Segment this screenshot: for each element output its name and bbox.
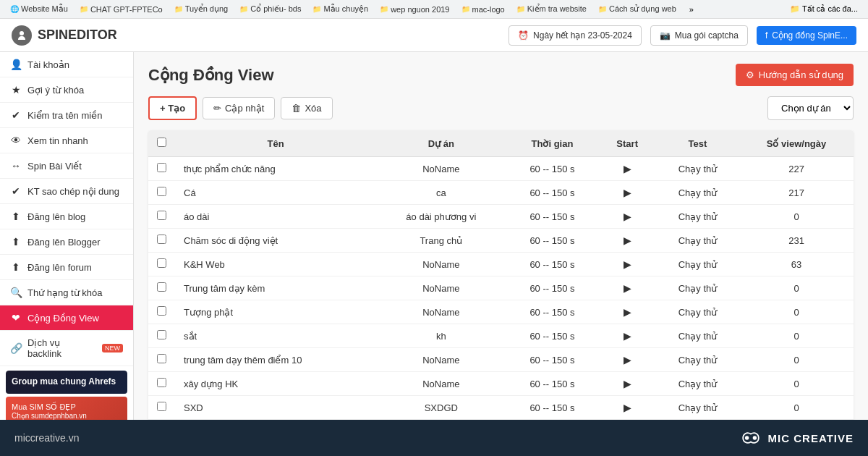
- row-views: 0: [739, 324, 854, 348]
- row-views: 0: [739, 276, 854, 300]
- sidebar-item-dang-len-blog[interactable]: ⬆ Đăng lên blog: [0, 204, 133, 229]
- update-button[interactable]: ✏ Cập nhật: [203, 97, 275, 119]
- bookmark-website-mau[interactable]: 🌐 Website Mẫu: [6, 3, 72, 15]
- create-button[interactable]: + Tạo: [148, 96, 197, 120]
- row-start[interactable]: ▶: [598, 348, 656, 372]
- row-project: NoName: [376, 276, 506, 300]
- row-test[interactable]: Chạy thử: [656, 348, 739, 372]
- facebook-community-button[interactable]: f Cộng đồng SpinE...: [757, 26, 856, 45]
- row-name: áo dài: [175, 205, 376, 229]
- sidebar-item-tai-khoan[interactable]: 👤 Tài khoản: [0, 52, 133, 77]
- sidebar-item-thu-hang-tu-khoa[interactable]: 🔍 Thứ hạng từ khóa: [0, 280, 133, 305]
- row-start[interactable]: ▶: [598, 300, 656, 324]
- row-checkbox-cell[interactable]: [148, 181, 175, 205]
- row-test[interactable]: Chạy thử: [656, 372, 739, 396]
- new-badge: NEW: [102, 344, 123, 352]
- bookmark-kiem-tra-website[interactable]: 📁 Kiểm tra website: [512, 3, 591, 15]
- row-checkbox[interactable]: [157, 235, 166, 244]
- row-checkbox[interactable]: [157, 402, 166, 411]
- bookmarks-other[interactable]: 📁 Tất cả các đa...: [786, 3, 862, 15]
- bookmark-mau-chuyen[interactable]: 📁 Mẫu chuyện: [308, 3, 373, 15]
- sidebar-item-dich-vu-backlink[interactable]: 🔗 Dịch vụ backlink NEW: [0, 331, 133, 366]
- bookmarks-more[interactable]: »: [685, 4, 698, 15]
- row-checkbox-cell[interactable]: [148, 396, 175, 420]
- row-checkbox[interactable]: [157, 282, 166, 292]
- bookmark-mac-logo[interactable]: 📁 mac-logo: [457, 4, 509, 15]
- sidebar-item-dang-len-forum[interactable]: ⬆ Đăng lên forum: [0, 255, 133, 280]
- sidebar-item-cong-dong-view[interactable]: ❤ Cộng Đồng View: [0, 305, 133, 331]
- guide-button[interactable]: ⚙ Hướng dẫn sử dụng: [736, 64, 854, 86]
- sidebar-item-kt-sao-chep[interactable]: ✔ KT sao chép nội dung: [0, 179, 133, 204]
- row-start[interactable]: ▶: [598, 396, 656, 420]
- sidebar-item-dang-len-blogger[interactable]: ⬆ Đăng lên Blogger: [0, 229, 133, 255]
- row-test[interactable]: Chạy thử: [656, 324, 739, 348]
- row-test[interactable]: Chạy thử: [656, 205, 739, 229]
- row-checkbox-cell[interactable]: [148, 253, 175, 276]
- bookmark-co-phieu[interactable]: 📁 Cổ phiếu- bds: [235, 3, 305, 15]
- row-test[interactable]: Chạy thử: [656, 181, 739, 205]
- row-test[interactable]: Chạy thử: [656, 396, 739, 420]
- date-expiry-button[interactable]: ⏰ Ngày hết hạn 23-05-2024: [509, 25, 642, 46]
- row-checkbox[interactable]: [157, 187, 166, 196]
- row-checkbox-cell[interactable]: [148, 229, 175, 253]
- row-checkbox[interactable]: [157, 354, 166, 363]
- row-checkbox[interactable]: [157, 330, 166, 339]
- captcha-button[interactable]: 📷 Mua gói captcha: [650, 25, 748, 46]
- footer-logo: MIC CREATIVE: [738, 429, 854, 447]
- project-select[interactable]: Chọn dự án: [767, 96, 854, 120]
- bookmark-wep-nguon[interactable]: 📁 wep nguon 2019: [375, 4, 454, 15]
- bookmark-icon: 📁: [174, 5, 183, 13]
- table-row: áo dài áo dài phương vi 60 -- 150 s ▶ Ch…: [148, 205, 854, 229]
- sidebar-item-spin-bai-viet[interactable]: ↔ Spin Bài Viết: [0, 153, 133, 179]
- check-icon: ✔: [10, 109, 22, 121]
- row-checkbox[interactable]: [157, 163, 166, 172]
- row-test[interactable]: Chạy thử: [656, 253, 739, 276]
- row-start[interactable]: ▶: [598, 372, 656, 396]
- table-row: Trung tâm dạy kèm NoName 60 -- 150 s ▶ C…: [148, 276, 854, 300]
- row-views: 0: [739, 348, 854, 372]
- delete-button[interactable]: 🗑 Xóa: [281, 97, 332, 119]
- row-project: NoName: [376, 372, 506, 396]
- row-start[interactable]: ▶: [598, 324, 656, 348]
- upload-blogger-icon: ⬆: [10, 236, 22, 248]
- row-start[interactable]: ▶: [598, 181, 656, 205]
- sidebar-item-xem-tin-nhanh[interactable]: 👁 Xem tin nhanh: [0, 128, 133, 153]
- bookmark-chatgpt[interactable]: 📁 CHAT GPT-FPTECo: [75, 4, 167, 15]
- bookmark-tuyen-dung[interactable]: 📁 Tuyển dụng: [170, 3, 232, 15]
- eye-icon: 👁: [10, 135, 22, 146]
- row-test[interactable]: Chạy thử: [656, 276, 739, 300]
- row-checkbox[interactable]: [157, 258, 166, 268]
- ad-ahrefs[interactable]: Group mua chung Ahrefs: [6, 371, 127, 394]
- row-checkbox-cell[interactable]: [148, 205, 175, 229]
- row-checkbox-cell[interactable]: [148, 300, 175, 324]
- table-row: Chăm sóc di động việt Trang chủ 60 -- 15…: [148, 229, 854, 253]
- ad-sim[interactable]: Mua SIM SỐ ĐẸP Chọn sumdepnhban.vn: [6, 397, 127, 420]
- row-start[interactable]: ▶: [598, 157, 656, 181]
- row-checkbox-cell[interactable]: [148, 372, 175, 396]
- footer: miccreative.vn MIC CREATIVE: [0, 420, 868, 456]
- row-start[interactable]: ▶: [598, 229, 656, 253]
- bookmark-cach-su-dung[interactable]: 📁 Cách sử dụng web: [594, 3, 681, 15]
- row-name: Chăm sóc di động việt: [175, 229, 376, 253]
- row-checkbox[interactable]: [157, 378, 166, 387]
- row-test[interactable]: Chạy thử: [656, 157, 739, 181]
- row-start[interactable]: ▶: [598, 253, 656, 276]
- row-checkbox[interactable]: [157, 306, 166, 316]
- bookmarks-bar: 🌐 Website Mẫu 📁 CHAT GPT-FPTECo 📁 Tuyển …: [0, 0, 868, 19]
- row-checkbox-cell[interactable]: [148, 276, 175, 300]
- sidebar-item-kiem-tra-ten-mien[interactable]: ✔ Kiểm tra tên miền: [0, 103, 133, 128]
- row-time: 60 -- 150 s: [506, 253, 599, 276]
- row-checkbox-cell[interactable]: [148, 157, 175, 181]
- select-all-checkbox[interactable]: [157, 138, 166, 147]
- table-row: sắt kh 60 -- 150 s ▶ Chạy thử 0: [148, 324, 854, 348]
- row-checkbox[interactable]: [157, 211, 166, 220]
- row-project: Trang chủ: [376, 229, 506, 253]
- heart-icon: ❤: [10, 312, 22, 324]
- row-checkbox-cell[interactable]: [148, 324, 175, 348]
- row-test[interactable]: Chạy thử: [656, 300, 739, 324]
- row-start[interactable]: ▶: [598, 276, 656, 300]
- row-test[interactable]: Chạy thử: [656, 229, 739, 253]
- sidebar-item-goi-y-tu-khoa[interactable]: ★ Gợi ý từ khóa: [0, 77, 133, 103]
- row-checkbox-cell[interactable]: [148, 348, 175, 372]
- row-start[interactable]: ▶: [598, 205, 656, 229]
